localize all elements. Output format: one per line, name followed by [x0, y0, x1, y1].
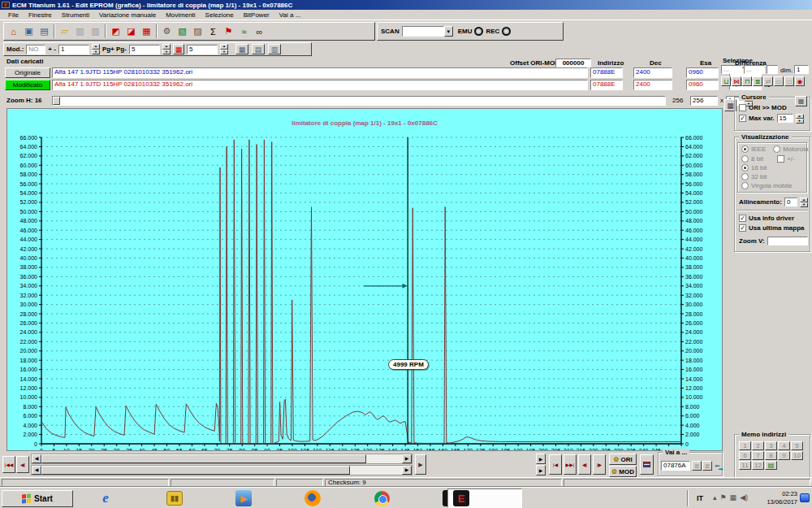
allineamento-input[interactable]: 0	[784, 198, 797, 206]
ori-button[interactable]: ⚙ORI	[609, 454, 637, 465]
originale-button[interactable]: Originale	[5, 67, 50, 78]
map-last-button[interactable]: ▶▶|	[564, 454, 577, 475]
allineamento-spinner[interactable]: ▲▼	[800, 198, 808, 206]
hscrollbar-lower[interactable]: ◀ ▶	[31, 465, 412, 475]
cursore-grid-icon[interactable]: ▦	[795, 96, 807, 106]
memo-button-2[interactable]: 2	[752, 441, 764, 450]
map-prev-button[interactable]: ◀|	[578, 454, 591, 475]
sum-icon[interactable]: Σ	[205, 24, 221, 38]
radio-16bit[interactable]	[741, 164, 749, 172]
play-scan-button[interactable]: ▶	[415, 454, 426, 475]
mod-button[interactable]: ⚙MOD	[609, 466, 637, 477]
sel-start-icon[interactable]: ⊔	[721, 76, 731, 86]
start-button[interactable]: Start	[2, 490, 73, 507]
menu-finestre[interactable]: Finestre	[24, 11, 57, 20]
plusminus-spinner[interactable]: ▲▼	[92, 44, 100, 54]
menu-variazione-manuale[interactable]: Variazione manuale	[94, 11, 161, 20]
edit-original-icon[interactable]: ◩	[108, 24, 123, 38]
tray-flag-icon[interactable]: ⚑	[720, 493, 727, 501]
pm-checkbox[interactable]	[777, 155, 784, 163]
view-3d-icon[interactable]: ▥	[268, 44, 281, 54]
tray-language[interactable]: IT	[697, 494, 703, 502]
chart-pane[interactable]: limitatore di coppia (map 1/1) - 19x1 - …	[6, 108, 723, 451]
list-2-icon[interactable]: ≣	[702, 461, 712, 471]
hscroll-low-left[interactable]: ◀	[32, 466, 41, 475]
menu-bitpower[interactable]: BitPower	[239, 11, 274, 20]
pointer-flag-icon[interactable]: ⚑	[221, 24, 236, 38]
usa-info-driver-checkbox[interactable]: ✓	[739, 215, 746, 222]
save-all-icon[interactable]: ▥	[88, 24, 103, 38]
torque-limiter-chart[interactable]: 002.0002.0004.0004.0006.0006.0008.0008.0…	[7, 109, 722, 450]
go-first-button[interactable]: |◀◀	[2, 456, 15, 473]
table-view-icon[interactable]: ▦	[139, 24, 154, 38]
list-1-icon[interactable]: ≣	[692, 461, 702, 471]
find-icon[interactable]: ∞	[252, 24, 267, 38]
selezione-field2[interactable]: ...	[744, 65, 765, 74]
tray-network-icon[interactable]: ▦	[730, 493, 737, 501]
mod-input[interactable]: NO	[26, 45, 45, 54]
ori-mod-checkbox[interactable]	[739, 104, 746, 111]
table-small-icon[interactable]: ▦	[173, 44, 184, 54]
map-next-button[interactable]: |▶	[593, 454, 606, 475]
goto-forward-arrow-icon[interactable]: →	[717, 463, 724, 471]
modificato-indirizzo[interactable]: 07888E	[590, 80, 623, 90]
hscroll-up-thumb[interactable]	[41, 454, 366, 463]
clock[interactable]: 02:23 13/06/2017	[762, 490, 797, 506]
step-right-lower[interactable]: ▶	[536, 465, 546, 475]
max-var-checkbox[interactable]: ✓	[739, 115, 746, 122]
hscroll-up-left[interactable]: ◀	[32, 454, 41, 463]
originale-dec[interactable]: 2400	[633, 67, 672, 78]
map-first-button[interactable]: |◀	[549, 454, 562, 475]
originale-indirizzo[interactable]: 07888E	[590, 67, 623, 78]
radio-8bit[interactable]	[741, 155, 749, 163]
home-icon[interactable]: ⌂	[6, 24, 21, 38]
selezione-field3[interactable]	[767, 65, 778, 74]
zoomh-slider[interactable]	[52, 96, 666, 106]
hscroll-up-right[interactable]: ▶	[402, 454, 412, 463]
tools-icon[interactable]: ⚙	[159, 24, 175, 38]
modificato-button[interactable]: Modificato	[5, 80, 50, 90]
tray-volume-icon[interactable]: ◀)	[740, 493, 748, 501]
edit-modified-icon[interactable]: ◪	[123, 24, 139, 38]
hscrollbar-upper[interactable]: ◀ ▶	[31, 454, 412, 464]
pg-input[interactable]: 5	[129, 45, 160, 54]
modificato-dec[interactable]: 2400	[633, 80, 672, 90]
radio-motorola[interactable]	[773, 145, 780, 153]
max-var-input[interactable]: 15	[777, 114, 793, 123]
driver-info-icon[interactable]: ▧	[175, 24, 190, 38]
radio-virgola[interactable]	[741, 182, 749, 189]
selezione-field1[interactable]: ...	[721, 65, 742, 74]
dim-input[interactable]: 1	[794, 65, 809, 74]
memo-button-4[interactable]: 4	[778, 441, 790, 450]
memo-button-3[interactable]: 3	[765, 441, 777, 450]
scan-combo[interactable]	[402, 26, 444, 37]
menu-movimenti[interactable]: Movimenti	[161, 11, 200, 20]
windows-media-player-icon[interactable]: ▶	[234, 488, 253, 508]
save-icon[interactable]: ▥	[72, 24, 88, 38]
zoomh-width-input[interactable]: 256	[690, 96, 718, 106]
window-icon[interactable]: ▤	[37, 24, 52, 38]
copy-icon[interactable]: ▣	[21, 24, 37, 38]
media-folder-icon[interactable]: ▮▮	[165, 488, 184, 508]
sel-cross-icon[interactable]: ⋈	[732, 76, 741, 86]
graph-view-icon[interactable]: ≈	[236, 24, 252, 38]
radio-ieee[interactable]	[741, 145, 749, 153]
sel-reset-icon[interactable]: ◉	[795, 76, 805, 86]
emu-button[interactable]	[474, 27, 483, 36]
originale-file[interactable]: Alfa 147 1.9JTD 115HP 0281010332 351962.…	[52, 67, 588, 78]
radio-32bit[interactable]	[741, 173, 749, 180]
sel-rows-icon[interactable]: ≣	[753, 76, 762, 86]
open-folder-icon[interactable]: ▱	[57, 24, 72, 38]
modificato-file[interactable]: Alfa 147 1.9JTD 115HP 0281010332 351962.…	[52, 80, 588, 90]
menu-file[interactable]: File	[3, 11, 24, 20]
sel-swap-icon[interactable]: ⇄	[763, 76, 773, 86]
tray-up-icon[interactable]: ▴	[713, 493, 717, 501]
modificato-esa[interactable]: 0960	[686, 80, 719, 90]
chrome-icon[interactable]	[372, 488, 391, 508]
originale-esa[interactable]: 0960	[686, 67, 719, 78]
plusminus-input[interactable]: 1	[58, 45, 89, 54]
preview-icon[interactable]: ▨	[190, 24, 205, 38]
flag-button[interactable]	[640, 454, 654, 475]
firefox-icon[interactable]	[303, 488, 322, 508]
max-var-spinner[interactable]: ▲▼	[796, 114, 804, 123]
